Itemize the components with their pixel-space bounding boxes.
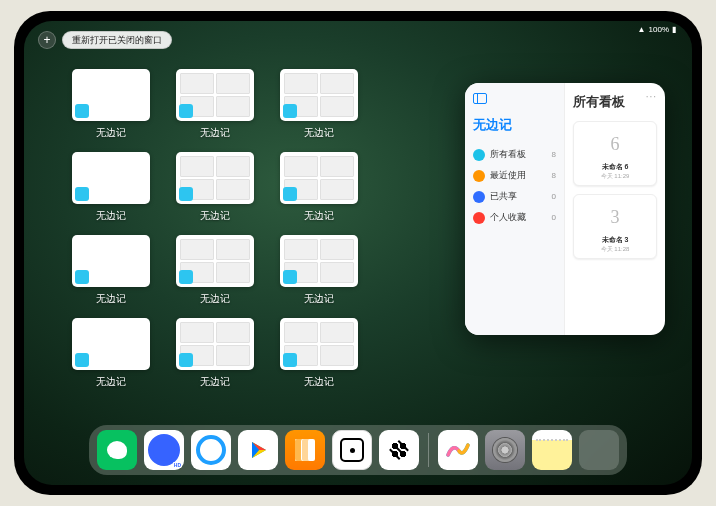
ipad-frame: ▲ 100% ▮ + 重新打开已关闭的窗口 无边记无边记无边记无边记无边记无边记… bbox=[14, 11, 702, 495]
reopen-closed-window-button[interactable]: 重新打开已关闭的窗口 bbox=[62, 31, 172, 49]
window-thumbnail[interactable]: 无边记 bbox=[176, 152, 254, 223]
window-label: 无边记 bbox=[304, 292, 334, 306]
window-label: 无边记 bbox=[200, 375, 230, 389]
board-name: 未命名 6 bbox=[578, 162, 652, 172]
window-label: 无边记 bbox=[96, 292, 126, 306]
category-icon bbox=[473, 149, 485, 161]
window-label: 无边记 bbox=[304, 375, 334, 389]
window-label: 无边记 bbox=[200, 126, 230, 140]
battery-text: 100% bbox=[649, 25, 669, 34]
sidebar-panel: 无边记 所有看板8最近使用8已共享0个人收藏0 bbox=[465, 83, 565, 335]
wifi-icon: ▲ bbox=[638, 25, 646, 34]
board-card[interactable]: 6未命名 6今天 11:29 bbox=[573, 121, 657, 186]
window-label: 无边记 bbox=[96, 209, 126, 223]
board-name: 未命名 3 bbox=[578, 235, 652, 245]
app-switcher-grid: 无边记无边记无边记无边记无边记无边记无边记无边记无边记无边记无边记无边记 bbox=[72, 69, 358, 389]
window-label: 无边记 bbox=[200, 292, 230, 306]
battery-icon: ▮ bbox=[672, 25, 676, 34]
sidebar-item-label: 已共享 bbox=[490, 190, 517, 203]
window-thumbnail[interactable]: 无边记 bbox=[72, 69, 150, 140]
screen: ▲ 100% ▮ + 重新打开已关闭的窗口 无边记无边记无边记无边记无边记无边记… bbox=[24, 21, 692, 485]
dock-app-library[interactable] bbox=[579, 430, 619, 470]
dock-app-notes[interactable] bbox=[532, 430, 572, 470]
dock-app-video[interactable] bbox=[238, 430, 278, 470]
dock-app-settings[interactable] bbox=[485, 430, 525, 470]
dock-app-quark[interactable] bbox=[191, 430, 231, 470]
sidebar-item-count: 8 bbox=[552, 171, 556, 180]
dock-app-quark-hd[interactable]: HD bbox=[144, 430, 184, 470]
board-time: 今天 11:28 bbox=[578, 245, 652, 254]
sidebar-item-label: 最近使用 bbox=[490, 169, 526, 182]
window-thumbnail[interactable]: 无边记 bbox=[72, 235, 150, 306]
sidebar-title: 无边记 bbox=[473, 116, 556, 134]
window-label: 无边记 bbox=[304, 209, 334, 223]
dock: HD bbox=[89, 425, 627, 475]
window-thumbnail[interactable]: 无边记 bbox=[176, 318, 254, 389]
slideover-panel[interactable]: ··· 无边记 所有看板8最近使用8已共享0个人收藏0 所有看板 6未命名 6今… bbox=[465, 83, 665, 335]
window-thumbnail[interactable]: 无边记 bbox=[280, 318, 358, 389]
window-thumbnail[interactable]: 无边记 bbox=[72, 152, 150, 223]
dock-app-books[interactable] bbox=[285, 430, 325, 470]
status-bar: ▲ 100% ▮ bbox=[638, 25, 676, 34]
more-icon[interactable]: ··· bbox=[646, 91, 657, 102]
window-label: 无边记 bbox=[200, 209, 230, 223]
window-label: 无边记 bbox=[304, 126, 334, 140]
dock-app-graph[interactable] bbox=[379, 430, 419, 470]
dock-separator bbox=[428, 433, 429, 467]
window-thumbnail[interactable]: 无边记 bbox=[280, 235, 358, 306]
category-icon bbox=[473, 191, 485, 203]
window-thumbnail[interactable]: 无边记 bbox=[280, 152, 358, 223]
window-thumbnail[interactable]: 无边记 bbox=[176, 69, 254, 140]
window-label: 无边记 bbox=[96, 126, 126, 140]
category-icon bbox=[473, 170, 485, 182]
dock-app-freeform[interactable] bbox=[438, 430, 478, 470]
sidebar-item[interactable]: 个人收藏0 bbox=[473, 207, 556, 228]
window-label: 无边记 bbox=[96, 375, 126, 389]
sidebar-item-label: 个人收藏 bbox=[490, 211, 526, 224]
window-thumbnail[interactable]: 无边记 bbox=[280, 69, 358, 140]
sidebar-item-count: 0 bbox=[552, 213, 556, 222]
add-window-button[interactable]: + bbox=[38, 31, 56, 49]
board-thumbnail: 6 bbox=[596, 128, 634, 160]
boards-panel: 所有看板 6未命名 6今天 11:293未命名 3今天 11:28 bbox=[565, 83, 665, 335]
sidebar-item-count: 0 bbox=[552, 192, 556, 201]
window-thumbnail[interactable]: 无边记 bbox=[72, 318, 150, 389]
sidebar-item[interactable]: 已共享0 bbox=[473, 186, 556, 207]
window-thumbnail[interactable]: 无边记 bbox=[176, 235, 254, 306]
dock-app-dot[interactable] bbox=[332, 430, 372, 470]
sidebar-icon[interactable] bbox=[473, 93, 487, 104]
board-time: 今天 11:29 bbox=[578, 172, 652, 181]
sidebar-item-label: 所有看板 bbox=[490, 148, 526, 161]
sidebar-item-count: 8 bbox=[552, 150, 556, 159]
category-icon bbox=[473, 212, 485, 224]
dock-app-wechat[interactable] bbox=[97, 430, 137, 470]
boards-title: 所有看板 bbox=[573, 93, 657, 111]
sidebar-item[interactable]: 所有看板8 bbox=[473, 144, 556, 165]
board-thumbnail: 3 bbox=[596, 201, 634, 233]
sidebar-item[interactable]: 最近使用8 bbox=[473, 165, 556, 186]
board-card[interactable]: 3未命名 3今天 11:28 bbox=[573, 194, 657, 259]
